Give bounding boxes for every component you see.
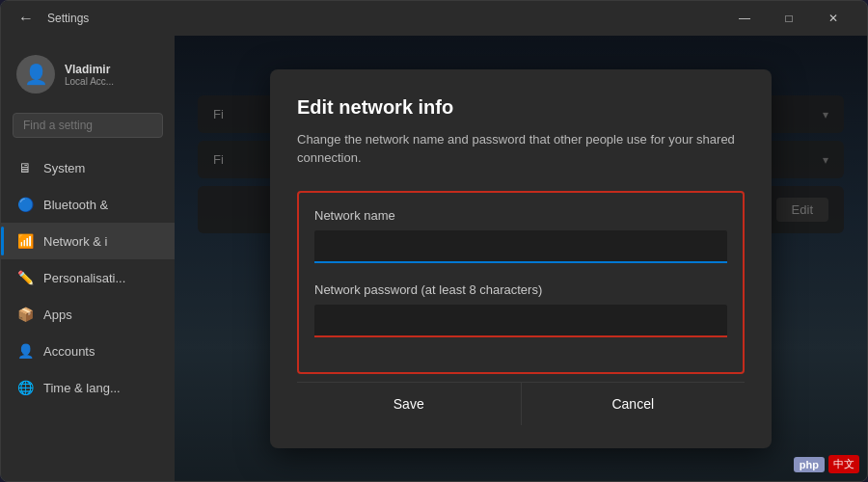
maximize-button[interactable]: □ <box>767 1 811 36</box>
user-account-type: Local Acc... <box>65 76 114 87</box>
sidebar-item-personalisation[interactable]: ✏️ Personalisati... <box>1 259 175 296</box>
sidebar-item-label: Network & i <box>43 234 159 249</box>
network-password-label: Network password (at least 8 characters) <box>314 282 727 297</box>
titlebar: ← Settings — □ ✕ <box>1 1 867 36</box>
modal-title: Edit network info <box>297 96 745 119</box>
personalisation-icon: ✏️ <box>16 269 34 286</box>
minimize-button[interactable]: — <box>722 1 767 36</box>
network-password-input[interactable] <box>314 305 727 337</box>
sidebar-item-label: Apps <box>43 308 159 322</box>
settings-layout: 👤 Vladimir Local Acc... 🖥 System 🔵 Bluet… <box>1 36 867 481</box>
sidebar-item-time[interactable]: 🌐 Time & lang... <box>1 369 175 406</box>
sidebar-item-system[interactable]: 🖥 System <box>1 149 175 186</box>
apps-icon: 📦 <box>16 306 34 323</box>
back-button[interactable]: ← <box>13 5 40 32</box>
edit-network-modal: Edit network info Change the network nam… <box>270 69 772 448</box>
php-badge: php <box>794 457 825 472</box>
watermark: php 中文 <box>794 455 859 473</box>
sidebar-item-bluetooth[interactable]: 🔵 Bluetooth & <box>1 186 175 223</box>
network-icon: 📶 <box>16 232 34 250</box>
sidebar-item-label: Personalisati... <box>43 271 159 285</box>
main-content: Network & internet > Mobile hotspot Fi ▾… <box>175 36 867 481</box>
settings-window: ← Settings — □ ✕ 👤 Vladimir Local Acc...… <box>0 0 868 482</box>
sidebar-item-label: Accounts <box>43 344 159 359</box>
modal-actions: Save Cancel <box>297 382 745 425</box>
modal-overlay: Edit network info Change the network nam… <box>175 36 867 481</box>
cn-badge: 中文 <box>828 455 859 473</box>
window-title: Settings <box>47 12 722 25</box>
form-fields-container: Network name Network password (at least … <box>297 191 745 374</box>
sidebar-item-apps[interactable]: 📦 Apps <box>1 296 175 333</box>
time-icon: 🌐 <box>16 379 34 396</box>
bluetooth-icon: 🔵 <box>16 196 34 213</box>
window-controls: — □ ✕ <box>722 1 855 36</box>
sidebar-item-accounts[interactable]: 👤 Accounts <box>1 333 175 369</box>
save-button[interactable]: Save <box>297 383 522 425</box>
sidebar-item-label: System <box>43 161 159 175</box>
sidebar-item-label: Time & lang... <box>43 381 159 395</box>
accounts-icon: 👤 <box>16 342 34 360</box>
network-name-group: Network name <box>314 208 727 263</box>
search-input[interactable] <box>13 113 163 138</box>
close-button[interactable]: ✕ <box>811 1 855 36</box>
network-password-group: Network password (at least 8 characters) <box>314 282 727 337</box>
sidebar-item-label: Bluetooth & <box>43 198 159 212</box>
user-profile: 👤 Vladimir Local Acc... <box>1 47 175 109</box>
sidebar: 👤 Vladimir Local Acc... 🖥 System 🔵 Bluet… <box>1 36 175 481</box>
avatar: 👤 <box>16 55 55 94</box>
sidebar-item-network[interactable]: 📶 Network & i <box>1 223 175 259</box>
system-icon: 🖥 <box>16 159 34 176</box>
cancel-button[interactable]: Cancel <box>522 383 746 425</box>
network-name-label: Network name <box>314 208 727 223</box>
network-name-input[interactable] <box>314 230 727 263</box>
user-name: Vladimir <box>65 63 114 76</box>
user-info: Vladimir Local Acc... <box>65 63 114 87</box>
modal-description: Change the network name and password tha… <box>297 130 745 168</box>
